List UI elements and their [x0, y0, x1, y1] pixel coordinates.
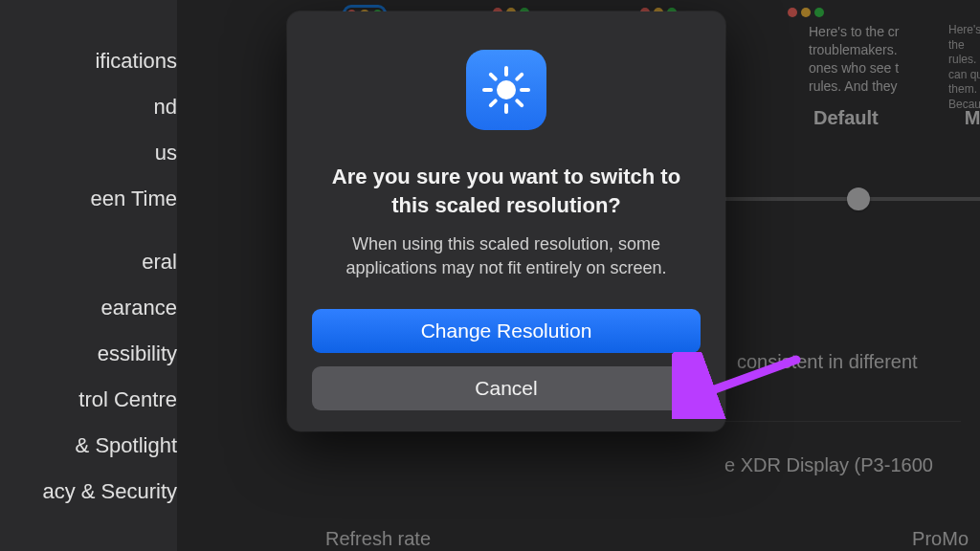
sidebar-item-accessibility[interactable]: essibility	[0, 331, 177, 377]
sidebar-item-spotlight[interactable]: & Spotlight	[0, 423, 177, 469]
sidebar-item-focus[interactable]: us	[0, 130, 177, 176]
settings-sidebar: ifications nd us een Time eral earance e…	[0, 0, 177, 551]
sample-text-preview: Here's to the cr troublemakers. ones who…	[809, 23, 957, 96]
svg-line-8	[517, 75, 522, 79]
sample-text-preview-small: Here's to the rules. can qu them. Becau	[948, 23, 980, 113]
sidebar-item-controlcentre[interactable]: trol Centre	[0, 377, 177, 423]
display-brightness-icon	[466, 50, 546, 130]
svg-line-5	[491, 75, 496, 79]
resolution-label-default: Default	[813, 107, 879, 129]
sidebar-item-sound[interactable]: nd	[0, 84, 177, 130]
svg-point-0	[497, 80, 516, 99]
refresh-rate-label: Refresh rate	[325, 528, 431, 550]
sidebar-item-general[interactable]: eral	[0, 239, 177, 285]
svg-line-6	[517, 100, 522, 105]
sidebar-item-appearance[interactable]: earance	[0, 285, 177, 331]
sidebar-item-notifications[interactable]: ifications	[0, 38, 177, 84]
truetone-description: consistent in different	[737, 351, 918, 373]
resolution-labels: Default More	[813, 107, 980, 129]
change-resolution-button[interactable]: Change Resolution	[312, 309, 701, 353]
dialog-title: Are you sure you want to switch to this …	[312, 163, 701, 219]
brightness-slider-knob[interactable]	[847, 187, 870, 210]
cancel-button[interactable]: Cancel	[312, 366, 701, 410]
sidebar-item-privacy[interactable]: acy & Security	[0, 469, 177, 515]
sidebar-item-screentime[interactable]: een Time	[0, 176, 177, 222]
resolution-label-more: More	[965, 107, 980, 129]
confirmation-dialog: Are you sure you want to switch to this …	[287, 11, 725, 431]
refresh-rate-value: ProMo	[912, 528, 969, 550]
display-name-text: e XDR Display (P3-1600	[724, 454, 933, 476]
dialog-body: When using this scaled resolution, some …	[312, 232, 701, 280]
svg-line-7	[491, 100, 496, 105]
